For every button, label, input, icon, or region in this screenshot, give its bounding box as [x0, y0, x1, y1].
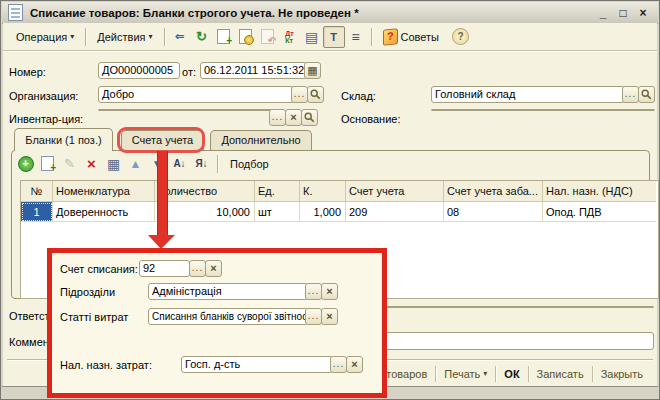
close-button[interactable]: ×	[636, 6, 650, 20]
warehouse-label: Склад:	[341, 90, 376, 102]
copy-row-button[interactable]: +	[38, 154, 57, 173]
edit-row-button[interactable]: ✎	[60, 154, 79, 173]
save-button[interactable]: Записать	[529, 368, 592, 380]
tips-button[interactable]: ? Советы	[376, 26, 446, 48]
end-edit-button[interactable]: ▦	[104, 154, 123, 173]
organization-input[interactable]: Добро	[98, 86, 294, 103]
expense-item-clear-button[interactable]: ×	[321, 308, 338, 325]
cell-nomenclature[interactable]: Доверенность	[53, 202, 155, 222]
col-nomenclature[interactable]: Номенклатура	[53, 181, 155, 202]
close-form-button[interactable]: Закрыть	[593, 368, 651, 380]
writeoff-account-clear-button[interactable]: ×	[205, 260, 222, 277]
expense-item-select-button[interactable]: ...	[305, 308, 322, 325]
department-input[interactable]: Адміністрація	[148, 283, 308, 300]
back-arrow-icon: ⇐	[175, 30, 184, 43]
warehouse-select-button[interactable]: ...	[622, 86, 639, 103]
table-header-row: № Номенклатура Количество Ед. К. Счет уч…	[21, 181, 658, 202]
help-button[interactable]: ?	[452, 28, 469, 45]
journal-icon[interactable]: ▤	[301, 26, 323, 48]
cell-unit[interactable]: шт	[255, 202, 300, 222]
undo-posting-icon[interactable]: ↶	[257, 26, 279, 48]
list-settings-icon[interactable]: ≡	[345, 26, 367, 48]
organization-open-button[interactable]	[307, 86, 324, 103]
tax-purpose-input[interactable]: Госп. д-сть	[181, 356, 333, 373]
structure-filter-icon[interactable]: Т	[323, 26, 345, 48]
organization-label: Организация:	[9, 90, 78, 102]
cell-quantity[interactable]: 10,000	[155, 202, 255, 222]
writeoff-account-select-button[interactable]: ...	[189, 260, 206, 277]
calendar-button[interactable]: ▦	[304, 62, 321, 79]
inventory-label: Инвентар-ция:	[9, 113, 83, 125]
operation-menu-button[interactable]: Операция ▾	[9, 28, 81, 46]
pick-button[interactable]: Подбор	[224, 156, 275, 172]
refresh-icon[interactable]: ↻	[191, 26, 213, 48]
move-up-button[interactable]: ▲	[126, 154, 145, 173]
col-vat-purpose[interactable]: Нал. назн. (НДС)	[543, 181, 656, 202]
cell-row-number[interactable]: 1	[21, 202, 53, 222]
sort-ascending-button[interactable]: А↓	[170, 154, 189, 173]
col-account[interactable]: Счет учета	[346, 181, 444, 202]
tab-blanks[interactable]: Бланки (1 поз.)	[14, 128, 113, 151]
ok-button[interactable]: ОК	[496, 368, 527, 380]
tax-purpose-clear-button[interactable]: ×	[346, 356, 363, 373]
basis-label: Основание:	[341, 113, 400, 125]
print-button[interactable]: Печать ▾	[436, 368, 495, 380]
app-window: Списание товаров: Бланки строгого учета.…	[0, 0, 660, 400]
maximize-button[interactable]: □	[616, 6, 630, 20]
delete-row-button[interactable]: ×	[82, 154, 101, 173]
chevron-down-icon: ▾	[483, 369, 487, 378]
copy-document-icon[interactable]: +	[213, 26, 235, 48]
chevron-down-icon: ▾	[149, 32, 153, 41]
search-icon	[304, 112, 315, 123]
number-input[interactable]: ДО000000005	[98, 62, 180, 79]
sort-descending-button[interactable]: Я↓	[192, 154, 211, 173]
col-offbalance-account[interactable]: Счет учета заба...	[444, 181, 543, 202]
department-clear-button[interactable]: ×	[321, 283, 338, 300]
dt-kt-postings-icon[interactable]: ДтКт	[279, 26, 301, 48]
date-input[interactable]: 06.12.2011 15:51:32	[200, 62, 307, 79]
inventory-select-button[interactable]: ...	[269, 109, 286, 126]
inventory-open-button[interactable]	[301, 109, 318, 126]
undo-arrow-icon: ↶	[268, 36, 276, 46]
tax-purpose-select-button[interactable]: ...	[330, 356, 347, 373]
delete-x-icon: ×	[87, 157, 96, 171]
writeoff-account-input[interactable]: 92	[139, 260, 190, 277]
expense-item-label: Статті витрат	[60, 311, 128, 323]
basis-input[interactable]	[431, 109, 655, 111]
inventory-input[interactable]	[98, 109, 272, 111]
help-question-icon: ?	[457, 31, 463, 42]
document-icon	[8, 4, 23, 21]
tab-additional[interactable]: Дополнительно	[210, 130, 312, 151]
annotation-arrow	[157, 151, 168, 236]
post-document-icon[interactable]	[235, 26, 257, 48]
debit-label: Дт	[285, 30, 293, 37]
col-number[interactable]: №	[21, 181, 53, 202]
annotation-arrow-head	[148, 235, 175, 249]
col-quantity[interactable]: Количество	[155, 181, 255, 202]
reread-document-icon[interactable]: ⇐	[169, 26, 191, 48]
question-mark-icon: ?	[387, 29, 394, 42]
warehouse-input[interactable]: Головний склад	[431, 86, 625, 103]
grid-icon: ▦	[107, 156, 120, 172]
refresh-arrows-icon: ↻	[196, 29, 207, 44]
tips-label: Советы	[401, 31, 439, 43]
command-toolbar: Операция ▾ Действия ▾ ⇐ ↻ + ↶ ДтКт ▤ Т ≡…	[3, 23, 657, 51]
cell-offbalance-account[interactable]: 08	[444, 202, 543, 222]
accounts-tab-highlight	[117, 127, 205, 153]
table-row[interactable]: 1 Доверенность 10,000 шт 1,000 209 08 Оп…	[21, 202, 658, 222]
col-unit[interactable]: Ед.	[255, 181, 300, 202]
credit-label: Кт	[285, 37, 293, 44]
warehouse-open-button[interactable]	[638, 86, 655, 103]
department-select-button[interactable]: ...	[305, 283, 322, 300]
cell-account[interactable]: 209	[346, 202, 444, 222]
cell-coefficient[interactable]: 1,000	[300, 202, 346, 222]
add-row-button[interactable]: +	[16, 154, 35, 173]
inventory-clear-button[interactable]: ×	[285, 109, 302, 126]
col-coefficient[interactable]: К.	[300, 181, 346, 202]
actions-menu-button[interactable]: Действия ▾	[90, 28, 159, 46]
organization-select-button[interactable]: ...	[291, 86, 308, 103]
cell-vat-purpose[interactable]: Опод. ПДВ	[543, 202, 656, 222]
minimize-button[interactable]: _	[596, 6, 610, 20]
add-icon: +	[18, 156, 34, 172]
expense-item-input[interactable]: Списання бланків суворої звітності	[148, 308, 308, 325]
